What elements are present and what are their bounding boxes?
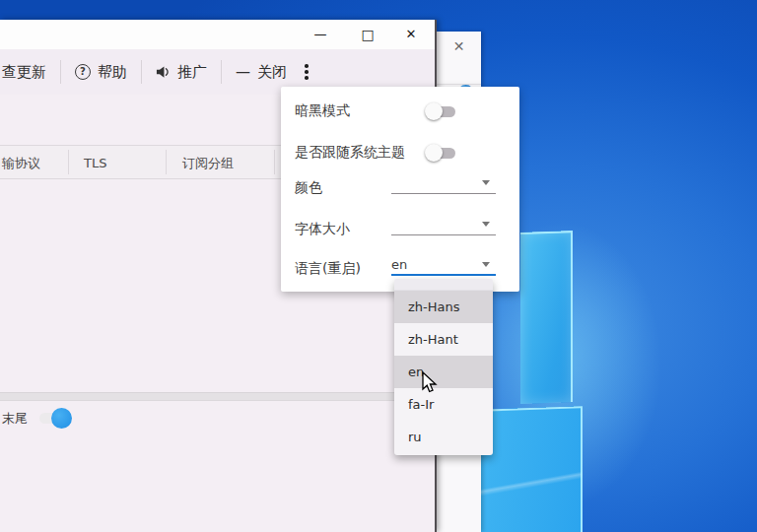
toolbar-divider — [141, 60, 142, 84]
close-icon[interactable]: ✕ — [437, 38, 481, 54]
font-size-select[interactable] — [391, 214, 496, 235]
select-underline-focused — [391, 274, 496, 276]
screen: ✕ ⌄ ? — □ ✕ 查更新 ? 帮助 — [0, 0, 757, 532]
dark-mode-label: 暗黑模式 — [295, 102, 350, 120]
toolbar-item-label: 查更新 — [2, 63, 46, 82]
language-label: 语言(重启) — [295, 260, 361, 278]
question-circle-icon: ? — [75, 64, 91, 80]
statusbar-divider — [0, 392, 435, 401]
column-header-subscription-group[interactable]: 订阅分组 — [182, 146, 234, 180]
toggle-knob — [425, 144, 443, 162]
select-underline — [391, 234, 496, 235]
dropdown-top-pad — [394, 279, 493, 291]
toolbar-item-close[interactable]: — 关闭 — [236, 63, 287, 82]
option-fa-ir[interactable]: fa-Ir — [394, 388, 493, 421]
select-value: en — [391, 257, 407, 272]
chevron-down-icon — [482, 222, 490, 227]
toolbar-item-help[interactable]: ? 帮助 — [75, 63, 127, 82]
footer-toggle-on[interactable] — [39, 413, 69, 424]
color-label: 颜色 — [295, 179, 322, 197]
chevron-down-icon — [482, 262, 490, 267]
minimize-button[interactable]: — — [304, 20, 337, 49]
dark-mode-toggle[interactable] — [427, 106, 455, 117]
follow-system-theme-toggle[interactable] — [427, 148, 455, 159]
column-divider — [274, 150, 275, 174]
side-window-header: ✕ — [437, 32, 481, 85]
titlebar: — □ ✕ — [0, 20, 435, 49]
kebab-menu-icon[interactable] — [301, 60, 312, 84]
mouse-cursor-icon — [418, 370, 442, 398]
toolbar-item-promotion[interactable]: 推广 — [156, 63, 207, 82]
windows-logo-pane-top — [520, 231, 573, 404]
settings-flyout: 暗黑模式 是否跟随系统主题 颜色 字体大小 语言(重启) en — [281, 87, 519, 292]
option-en[interactable]: en — [394, 356, 493, 388]
font-size-label: 字体大小 — [295, 221, 350, 238]
toolbar-item-check-update[interactable]: 查更新 — [2, 63, 46, 82]
toggle-knob — [51, 408, 72, 429]
language-select[interactable]: en — [391, 254, 496, 276]
minus-icon: — — [236, 63, 250, 81]
select-underline — [391, 193, 496, 194]
option-ru[interactable]: ru — [394, 421, 493, 453]
follow-system-theme-label: 是否跟随系统主题 — [295, 144, 405, 162]
windows-logo-pane-bottom — [481, 406, 583, 532]
column-header-protocol[interactable]: 输协议 — [2, 146, 40, 180]
speaker-icon — [156, 65, 171, 79]
toolbar-divider — [221, 60, 222, 84]
toolbar-item-label: 关闭 — [257, 63, 287, 82]
toolbar-item-label: 推广 — [177, 63, 207, 82]
maximize-button[interactable]: □ — [351, 20, 384, 49]
language-dropdown-list: zh-Hans zh-Hant en fa-Ir ru — [394, 279, 493, 455]
column-divider — [166, 150, 167, 174]
toolbar-item-label: 帮助 — [98, 63, 127, 82]
column-header-tls[interactable]: TLS — [84, 146, 106, 180]
toggle-knob — [425, 102, 443, 120]
column-divider — [68, 150, 69, 174]
chevron-down-icon — [482, 180, 490, 185]
option-zh-hant[interactable]: zh-Hant — [394, 323, 493, 356]
color-select[interactable] — [391, 172, 496, 194]
close-button[interactable]: ✕ — [394, 20, 428, 49]
option-zh-hans[interactable]: zh-Hans — [394, 291, 493, 323]
footer-toggle-label: 末尾 — [2, 410, 28, 428]
toolbar-divider — [60, 60, 61, 84]
